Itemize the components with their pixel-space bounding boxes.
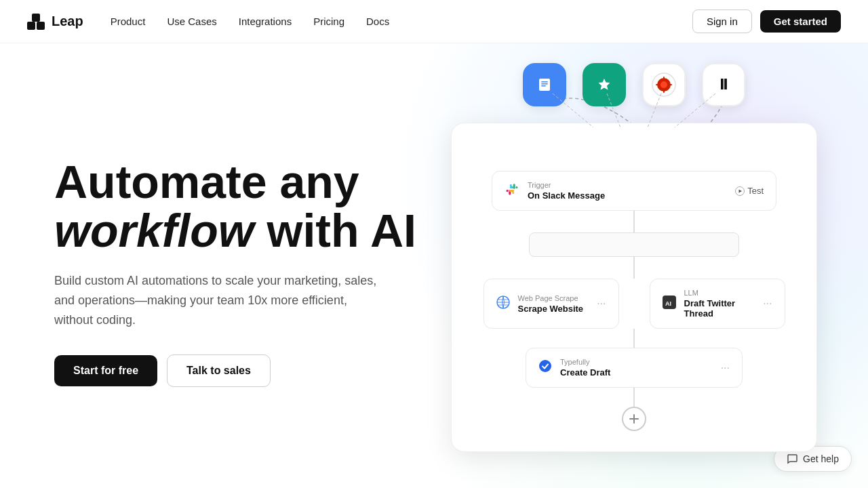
svg-rect-0 <box>27 22 35 30</box>
add-step-button[interactable] <box>622 407 646 431</box>
wf-row-two: Web Page Scrape Scrape Website ··· AI LL… <box>472 279 796 329</box>
slack-icon <box>505 182 519 200</box>
nav-docs[interactable]: Docs <box>366 16 389 27</box>
svg-rect-2 <box>32 14 40 22</box>
svg-rect-15 <box>669 84 672 85</box>
pause-symbol: ⏸ <box>716 76 731 94</box>
hero-subtext: Build custom AI automations to scale you… <box>54 271 380 329</box>
hero-right: ⏸ <box>441 93 827 452</box>
scrape-label: Web Page Scrape <box>518 294 589 302</box>
svg-marker-22 <box>739 189 743 192</box>
connector-1 <box>633 211 635 232</box>
typefully-title: Create Draft <box>560 367 713 378</box>
nav-product[interactable]: Product <box>111 16 146 27</box>
logo[interactable]: Leap <box>27 12 83 31</box>
llm-text: LLM Draft Twitter Thread <box>684 289 755 319</box>
nav-pricing[interactable]: Pricing <box>313 16 344 27</box>
svg-line-17 <box>607 94 620 127</box>
svg-rect-4 <box>539 79 550 91</box>
typefully-menu[interactable]: ··· <box>721 362 730 374</box>
svg-rect-14 <box>656 84 659 85</box>
llm-logo: AI <box>663 296 676 309</box>
llm-label: LLM <box>684 289 755 297</box>
hero-left: Automate any workflow with AI Build cust… <box>54 158 425 386</box>
svg-line-16 <box>553 94 593 127</box>
trigger-label: Trigger <box>528 181 727 189</box>
scrape-node: Web Page Scrape Scrape Website ··· <box>484 279 619 329</box>
play-icon <box>735 186 745 196</box>
connector-2 <box>633 257 635 279</box>
getstarted-button[interactable]: Get started <box>760 10 841 33</box>
nav-right: Sign in Get started <box>692 9 841 33</box>
svg-line-19 <box>675 94 715 127</box>
hero-section: Automate any workflow with AI Build cust… <box>0 43 868 488</box>
svg-rect-5 <box>541 81 548 83</box>
logo-icon <box>27 12 46 31</box>
scrape-icon <box>496 296 510 312</box>
svg-rect-7 <box>541 85 546 87</box>
connector-3 <box>633 329 635 348</box>
plus-icon <box>629 413 639 424</box>
chat-icon <box>787 453 797 464</box>
typefully-node: Typefully Create Draft ··· <box>526 348 743 388</box>
svg-rect-13 <box>663 89 665 93</box>
trigger-action[interactable]: Test <box>735 186 764 196</box>
svg-rect-6 <box>541 83 548 85</box>
svg-point-11 <box>660 81 667 88</box>
trigger-node: Trigger On Slack Message Test <box>492 171 776 211</box>
svg-rect-12 <box>663 77 665 80</box>
trigger-title: On Slack Message <box>528 190 727 201</box>
nav-use-cases[interactable]: Use Cases <box>167 16 216 27</box>
scrape-menu[interactable]: ··· <box>597 298 606 310</box>
nav-links: Product Use Cases Integrations Pricing D… <box>111 16 390 27</box>
svg-text:AI: AI <box>665 300 671 307</box>
scrape-title: Scrape Website <box>518 304 589 314</box>
signin-button[interactable]: Sign in <box>692 9 752 33</box>
svg-point-26 <box>539 360 551 372</box>
start-free-button[interactable]: Start for free <box>54 355 157 386</box>
scrape-text: Web Page Scrape Scrape Website <box>518 294 589 314</box>
nav-integrations[interactable]: Integrations <box>239 16 292 27</box>
talk-sales-button[interactable]: Talk to sales <box>167 354 271 387</box>
typefully-label: Typefully <box>560 358 713 366</box>
trigger-text: Trigger On Slack Message <box>528 181 727 201</box>
get-help-label: Get help <box>803 453 839 464</box>
web-icon <box>496 296 510 309</box>
icon-connectors <box>498 94 770 127</box>
typefully-logo <box>538 359 552 373</box>
connector-4 <box>633 388 635 407</box>
hero-heading: Automate any workflow with AI <box>54 158 425 255</box>
llm-title: Draft Twitter Thread <box>684 298 755 319</box>
google-docs-icon <box>534 74 555 96</box>
svg-rect-20 <box>505 182 519 197</box>
heading-line1: Automate any <box>54 156 359 207</box>
typefully-text: Typefully Create Draft <box>560 358 713 378</box>
workflow-card: Trigger On Slack Message Test <box>451 123 817 452</box>
svg-rect-1 <box>37 22 45 30</box>
llm-node: AI LLM Draft Twitter Thread ··· <box>650 279 785 329</box>
heading-italic: workflow <box>54 205 254 256</box>
heading-line2: with AI <box>254 205 416 256</box>
openai-icon <box>593 73 616 96</box>
workflow-body: Trigger On Slack Message Test <box>472 144 796 431</box>
llm-menu[interactable]: ··· <box>763 298 772 310</box>
hero-buttons: Start for free Talk to sales <box>54 354 425 387</box>
navbar: Leap Product Use Cases Integrations Pric… <box>0 0 868 43</box>
svg-line-18 <box>648 94 661 127</box>
logo-text: Leap <box>52 14 83 29</box>
slack-logo <box>505 182 519 197</box>
input-bar[interactable] <box>529 232 739 257</box>
typefully-icon <box>538 359 552 376</box>
llm-icon: AI <box>663 296 676 312</box>
